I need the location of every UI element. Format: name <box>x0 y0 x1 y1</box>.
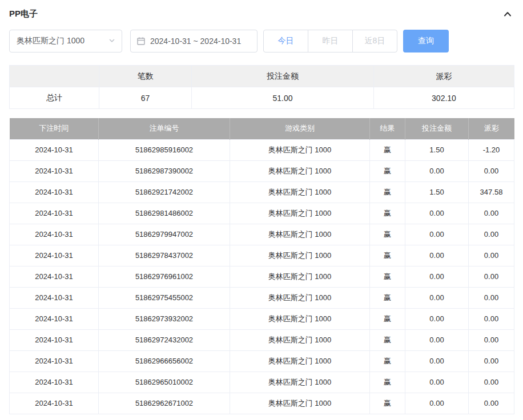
cell-payout: 0.00 <box>469 245 514 266</box>
calendar-icon <box>136 37 146 46</box>
game-select[interactable]: 奥林匹斯之门 1000 <box>9 30 122 52</box>
cell-game-type: 奥林匹斯之门 1000 <box>230 224 370 245</box>
col-game-type: 游戏类别 <box>230 118 370 139</box>
cell-order-id: 51862975455002 <box>99 287 230 308</box>
filter-bar: 奥林匹斯之门 1000 2024-10-31 ~ 2024-10-31 今日 昨… <box>9 30 514 52</box>
cell-bet-time: 2024-10-31 <box>10 308 99 329</box>
cell-payout: 0.00 <box>469 329 514 350</box>
cell-bet-amount: 0.00 <box>405 308 469 329</box>
col-order-id: 注单编号 <box>99 118 230 139</box>
cell-game-type: 奥林匹斯之门 1000 <box>230 139 370 160</box>
cell-payout: 0.00 <box>469 160 514 181</box>
bet-table: 下注时间 注单编号 游戏类别 结果 投注金额 派彩 2024-10-31 518… <box>9 118 514 414</box>
cell-bet-amount: 1.50 <box>405 139 469 160</box>
cell-bet-time: 2024-10-31 <box>10 224 99 245</box>
quick-range-group: 今日 昨日 近8日 <box>263 30 397 52</box>
cell-bet-amount: 0.00 <box>405 350 469 371</box>
cell-payout: 0.00 <box>469 371 514 393</box>
cell-order-id: 51862976961002 <box>99 266 230 287</box>
cell-game-type: 奥林匹斯之门 1000 <box>230 329 370 350</box>
col-bet-amount: 投注金额 <box>405 118 469 139</box>
cell-game-type: 奥林匹斯之门 1000 <box>230 181 370 203</box>
quick-button-today[interactable]: 今日 <box>263 30 308 52</box>
table-row: 2024-10-31 51862921742002 奥林匹斯之门 1000 赢 … <box>10 181 514 203</box>
cell-bet-amount: 0.00 <box>405 371 469 393</box>
cell-game-type: 奥林匹斯之门 1000 <box>230 393 370 414</box>
quick-button-last8days[interactable]: 近8日 <box>352 30 397 52</box>
table-row: 2024-10-31 51862975455002 奥林匹斯之门 1000 赢 … <box>10 287 514 308</box>
cell-result: 赢 <box>370 181 405 203</box>
cell-payout: 0.00 <box>469 203 514 224</box>
cell-bet-time: 2024-10-31 <box>10 181 99 203</box>
cell-result: 赢 <box>370 287 405 308</box>
table-row: 2024-10-31 51862962671002 奥林匹斯之门 1000 赢 … <box>10 393 514 414</box>
summary-header-row: 笔数 投注金额 派彩 <box>10 66 514 87</box>
search-button[interactable]: 查询 <box>403 30 449 52</box>
cell-bet-amount: 0.00 <box>405 224 469 245</box>
cell-result: 赢 <box>370 139 405 160</box>
cell-bet-time: 2024-10-31 <box>10 371 99 393</box>
cell-result: 赢 <box>370 350 405 371</box>
cell-bet-amount: 1.50 <box>405 181 469 203</box>
collapse-chevron-up-icon[interactable] <box>502 9 513 19</box>
cell-order-id: 51862965010002 <box>99 371 230 393</box>
cell-payout: 347.58 <box>469 181 514 203</box>
table-row: 2024-10-31 51862965010002 奥林匹斯之门 1000 赢 … <box>10 371 514 393</box>
cell-payout: 0.00 <box>469 350 514 371</box>
summary-col-payout: 派彩 <box>374 66 514 87</box>
cell-bet-time: 2024-10-31 <box>10 287 99 308</box>
date-range-picker[interactable]: 2024-10-31 ~ 2024-10-31 <box>130 30 258 52</box>
cell-payout: 0.00 <box>469 308 514 329</box>
table-row: 2024-10-31 51862978437002 奥林匹斯之门 1000 赢 … <box>10 245 514 266</box>
summary-total-bet: 51.00 <box>192 87 374 109</box>
cell-payout: -1.20 <box>469 139 514 160</box>
cell-result: 赢 <box>370 160 405 181</box>
cell-result: 赢 <box>370 266 405 287</box>
cell-result: 赢 <box>370 329 405 350</box>
cell-bet-time: 2024-10-31 <box>10 393 99 414</box>
table-row: 2024-10-31 51862973932002 奥林匹斯之门 1000 赢 … <box>10 308 514 329</box>
bet-table-header-row: 下注时间 注单编号 游戏类别 结果 投注金额 派彩 <box>10 118 514 139</box>
cell-bet-time: 2024-10-31 <box>10 266 99 287</box>
game-select-value: 奥林匹斯之门 1000 <box>17 36 85 46</box>
cell-bet-time: 2024-10-31 <box>10 139 99 160</box>
cell-order-id: 51862985916002 <box>99 139 230 160</box>
cell-order-id: 51862978437002 <box>99 245 230 266</box>
cell-order-id: 51862981486002 <box>99 203 230 224</box>
cell-result: 赢 <box>370 203 405 224</box>
bet-table-body: 2024-10-31 51862985916002 奥林匹斯之门 1000 赢 … <box>10 139 514 414</box>
summary-total-count: 67 <box>99 87 192 109</box>
col-result: 结果 <box>370 118 405 139</box>
cell-game-type: 奥林匹斯之门 1000 <box>230 160 370 181</box>
table-row: 2024-10-31 51862979947002 奥林匹斯之门 1000 赢 … <box>10 224 514 245</box>
cell-order-id: 51862972432002 <box>99 329 230 350</box>
summary-table: 笔数 投注金额 派彩 总计 67 51.00 302.10 <box>9 65 514 109</box>
table-row: 2024-10-31 51862987390002 奥林匹斯之门 1000 赢 … <box>10 160 514 181</box>
quick-button-yesterday[interactable]: 昨日 <box>308 30 353 52</box>
table-row: 2024-10-31 51862976961002 奥林匹斯之门 1000 赢 … <box>10 266 514 287</box>
cell-order-id: 51862921742002 <box>99 181 230 203</box>
cell-bet-amount: 0.00 <box>405 160 469 181</box>
cell-bet-time: 2024-10-31 <box>10 350 99 371</box>
col-bet-time: 下注时间 <box>10 118 99 139</box>
date-range-value: 2024-10-31 ~ 2024-10-31 <box>150 37 241 46</box>
summary-total-payout: 302.10 <box>374 87 514 109</box>
cell-payout: 0.00 <box>469 287 514 308</box>
table-row: 2024-10-31 51862966656002 奥林匹斯之门 1000 赢 … <box>10 350 514 371</box>
cell-game-type: 奥林匹斯之门 1000 <box>230 287 370 308</box>
table-row: 2024-10-31 51862985916002 奥林匹斯之门 1000 赢 … <box>10 139 514 160</box>
cell-result: 赢 <box>370 371 405 393</box>
cell-bet-amount: 0.00 <box>405 203 469 224</box>
pp-games-panel: PP电子 奥林匹斯之门 1000 2024-10-31 ~ 2024-10-31 <box>0 0 523 414</box>
summary-col-blank <box>10 66 99 87</box>
cell-game-type: 奥林匹斯之门 1000 <box>230 350 370 371</box>
cell-result: 赢 <box>370 393 405 414</box>
cell-payout: 0.00 <box>469 266 514 287</box>
cell-order-id: 51862966656002 <box>99 350 230 371</box>
cell-bet-time: 2024-10-31 <box>10 329 99 350</box>
cell-order-id: 51862973932002 <box>99 308 230 329</box>
cell-bet-amount: 0.00 <box>405 266 469 287</box>
panel-header: PP电子 <box>9 7 514 19</box>
cell-order-id: 51862962671002 <box>99 393 230 414</box>
cell-bet-amount: 0.00 <box>405 329 469 350</box>
